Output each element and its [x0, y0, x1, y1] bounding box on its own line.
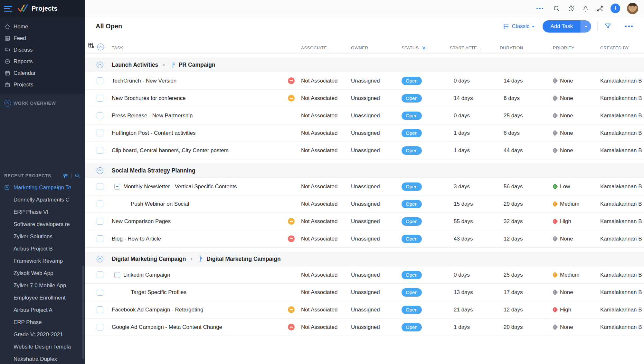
tasklist-name[interactable]: Digital Marketing Campaign [112, 256, 186, 262]
associated-cell[interactable]: Not Associated [301, 78, 351, 84]
task-checkbox[interactable] [97, 289, 103, 296]
task-name[interactable]: Facebook Ad Campaign - Retargeting [112, 307, 203, 313]
owner-cell[interactable]: Unassigned [351, 289, 402, 296]
sidebar-item-reports[interactable]: Reports [0, 56, 85, 67]
work-overview-item-milestones[interactable] [0, 132, 85, 144]
project-search-icon[interactable] [74, 173, 80, 179]
owner-cell[interactable]: Unassigned [351, 147, 402, 154]
status-badge[interactable]: Open [402, 271, 422, 279]
filter-sliders-icon[interactable] [62, 173, 68, 179]
task-checkbox[interactable] [97, 77, 103, 84]
recent-project-item[interactable]: Grade V: 2020-2021 [0, 329, 85, 341]
associated-cell[interactable]: Not Associated [301, 95, 351, 102]
owner-cell[interactable]: Unassigned [351, 324, 402, 330]
notifications-bell-icon[interactable] [582, 5, 589, 12]
start-after-cell[interactable]: 14 days [450, 95, 500, 102]
status-badge[interactable]: Open [402, 112, 422, 120]
column-task[interactable]: TASK [112, 45, 288, 50]
milestone-name[interactable]: PR Campaign [179, 62, 215, 68]
task-name[interactable]: Huffington Post - Content activities [112, 130, 196, 136]
task-name[interactable]: Push Webinar on Social [131, 201, 189, 207]
subtask-collapse-icon[interactable] [114, 272, 120, 278]
collapse-group-icon[interactable] [97, 167, 103, 174]
status-badge[interactable]: Open [402, 323, 422, 331]
start-after-cell[interactable]: 55 days [450, 218, 500, 225]
duration-cell[interactable]: 20 days [500, 324, 553, 330]
priority-cell[interactable]: ! None [553, 113, 600, 119]
status-badge[interactable]: Open [402, 235, 422, 243]
add-new-button[interactable]: + [611, 4, 620, 13]
priority-cell[interactable]: ! None [553, 130, 600, 136]
duration-cell[interactable]: 56 days [500, 183, 553, 190]
associated-cell[interactable]: Not Associated [301, 147, 351, 154]
associated-cell[interactable]: Not Associated [301, 183, 351, 190]
priority-cell[interactable]: ! Medium [553, 272, 600, 278]
status-badge[interactable]: Open [402, 146, 422, 155]
duration-cell[interactable]: 29 days [500, 201, 553, 207]
collapse-all-icon[interactable] [97, 44, 104, 50]
associated-cell[interactable]: Not Associated [301, 307, 351, 313]
task-checkbox[interactable] [97, 147, 103, 154]
priority-cell[interactable]: ! None [553, 95, 600, 102]
associated-cell[interactable]: Not Associated [301, 236, 351, 242]
associated-cell[interactable]: Not Associated [301, 272, 351, 278]
start-after-cell[interactable]: 1 days [450, 147, 500, 154]
status-badge[interactable]: Open [402, 182, 422, 191]
search-icon[interactable] [553, 5, 560, 12]
associated-cell[interactable]: Not Associated [301, 113, 351, 119]
column-owner[interactable]: OWNER [351, 45, 402, 50]
recent-project-item[interactable]: Airbus Project B [0, 243, 85, 255]
task-name[interactable]: Linkedin Campaign [123, 272, 170, 278]
add-task-button[interactable]: Add Task [543, 20, 581, 33]
duration-cell[interactable]: 12 days [500, 307, 553, 313]
owner-cell[interactable]: Unassigned [351, 130, 402, 136]
nav-more-icon[interactable] [536, 6, 544, 11]
column-priority[interactable]: PRIORITY [553, 45, 600, 50]
priority-cell[interactable]: ! High [553, 307, 600, 313]
task-name[interactable]: Clip board, Central banners, City Center… [112, 147, 229, 154]
priority-cell[interactable]: ! None [553, 289, 600, 296]
start-after-cell[interactable]: 3 days [450, 183, 500, 190]
task-checkbox[interactable] [97, 183, 103, 190]
duration-cell[interactable]: 25 days [500, 113, 553, 119]
task-name[interactable]: TechCrunch - New Version [112, 78, 176, 84]
work-overview-item-expenses[interactable] [0, 155, 85, 167]
recent-project-item[interactable]: Marketing Campaign Te [0, 182, 85, 194]
hamburger-menu-icon[interactable] [4, 6, 12, 12]
column-associated[interactable]: ASSOCIATE... [301, 45, 351, 50]
recent-project-item[interactable]: Website Design Templa [0, 341, 85, 353]
task-checkbox[interactable] [97, 218, 103, 225]
task-checkbox[interactable] [97, 306, 103, 313]
sidebar-item-discuss[interactable]: Discuss [0, 44, 85, 56]
tasklist-name[interactable]: Social Media Strategy Planning [112, 167, 195, 174]
owner-cell[interactable]: Unassigned [351, 236, 402, 242]
priority-cell[interactable]: ! Medium [553, 201, 600, 207]
work-overview-item-tasks[interactable] [0, 109, 85, 121]
priority-cell[interactable]: ! None [553, 78, 600, 84]
task-name[interactable]: Press Release - New Partnership [112, 113, 193, 119]
owner-cell[interactable]: Unassigned [351, 183, 402, 190]
duration-cell[interactable]: 17 days [500, 289, 553, 296]
duration-cell[interactable]: 6 days [500, 95, 553, 102]
owner-cell[interactable]: Unassigned [351, 78, 402, 84]
recent-project-item[interactable]: ERP Phase [0, 316, 85, 329]
user-avatar[interactable] [627, 3, 638, 14]
task-name[interactable]: Monthly Newsletter - Vertical Specific C… [123, 183, 237, 190]
task-checkbox[interactable] [97, 112, 103, 119]
sidebar-scrollbar[interactable] [82, 265, 84, 359]
recent-project-item[interactable]: Nakshatra Duplex [0, 353, 85, 364]
start-after-cell[interactable]: 15 days [450, 201, 500, 207]
recent-project-item[interactable]: Software developers re [0, 218, 85, 231]
associated-cell[interactable]: Not Associated [301, 218, 351, 225]
recent-project-item[interactable]: Framework Revamp [0, 255, 85, 267]
filter-funnel-icon[interactable] [604, 22, 612, 30]
sidebar-item-feed[interactable]: Feed [0, 33, 85, 44]
column-created-by[interactable]: CREATED BY [600, 45, 644, 50]
start-after-cell[interactable]: 1 days [450, 130, 500, 136]
status-badge[interactable]: Open [402, 200, 422, 208]
work-overview-item-issues[interactable] [0, 121, 85, 132]
duration-cell[interactable]: 44 days [500, 147, 553, 154]
status-badge[interactable]: Open [402, 77, 422, 85]
recent-project-item[interactable]: Zylsoft Web App [0, 267, 85, 280]
start-after-cell[interactable]: 13 days [450, 289, 500, 296]
